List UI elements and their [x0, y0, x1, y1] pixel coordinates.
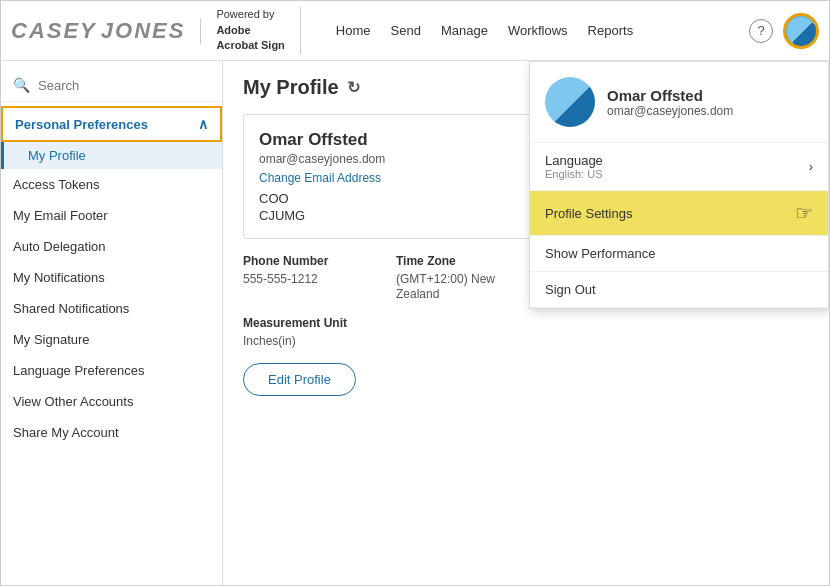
dropdown-user-name: Omar Offsted	[607, 87, 733, 104]
dropdown-header: Omar Offsted omar@caseyjones.dom	[530, 62, 828, 143]
edit-profile-button[interactable]: Edit Profile	[243, 363, 356, 396]
phone-label: Phone Number	[243, 254, 381, 268]
sidebar-item-view-other-accounts[interactable]: View Other Accounts	[1, 386, 222, 417]
search-icon: 🔍	[13, 77, 30, 93]
nav-manage[interactable]: Manage	[441, 19, 488, 42]
powered-by: Powered by Adobe Acrobat Sign	[216, 7, 300, 53]
main-layout: 🔍 Personal Preferences ∧ My Profile Acce…	[1, 61, 829, 586]
sidebar-item-personal-preferences[interactable]: Personal Preferences ∧	[1, 106, 222, 142]
cursor-icon: ☞	[795, 201, 813, 225]
chevron-right-icon: ›	[809, 159, 813, 174]
sidebar-item-my-signature[interactable]: My Signature	[1, 324, 222, 355]
logo-area: CASEY JONES	[11, 18, 201, 44]
change-email-link[interactable]: Change Email Address	[259, 171, 381, 185]
profile-role: COO	[259, 191, 518, 206]
timezone-value: (GMT+12:00) New Zealand	[396, 272, 495, 301]
main-nav: Home Send Manage Workflows Reports	[336, 19, 749, 42]
timezone-section: Time Zone (GMT+12:00) New Zealand	[396, 254, 534, 301]
sidebar-item-shared-notifications[interactable]: Shared Notifications	[1, 293, 222, 324]
search-bar: 🔍	[1, 69, 222, 102]
sidebar-section-personal: Personal Preferences ∧ My Profile Access…	[1, 106, 222, 448]
nav-send[interactable]: Send	[391, 19, 421, 42]
measurement-label: Measurement Unit	[243, 316, 381, 330]
dropdown-avatar	[545, 77, 595, 127]
dropdown-item-show-performance[interactable]: Show Performance	[530, 236, 828, 272]
nav-workflows[interactable]: Workflows	[508, 19, 568, 42]
dropdown-user-info: Omar Offsted omar@caseyjones.dom	[607, 87, 733, 118]
header-right: ?	[749, 13, 819, 49]
dropdown-user-email: omar@caseyjones.dom	[607, 104, 733, 118]
dropdown-item-language[interactable]: Language English: US ›	[530, 143, 828, 191]
sidebar-item-email-footer[interactable]: My Email Footer	[1, 200, 222, 231]
timezone-label: Time Zone	[396, 254, 534, 268]
search-input[interactable]	[38, 78, 210, 93]
phone-section: Phone Number 555-555-1212	[243, 254, 381, 301]
phone-value: 555-555-1212	[243, 272, 318, 286]
sidebar: 🔍 Personal Preferences ∧ My Profile Acce…	[1, 61, 223, 586]
nav-home[interactable]: Home	[336, 19, 371, 42]
sidebar-item-share-my-account[interactable]: Share My Account	[1, 417, 222, 448]
sidebar-item-my-profile[interactable]: My Profile	[1, 142, 222, 169]
profile-group: CJUMG	[259, 208, 518, 223]
dropdown-item-sign-out[interactable]: Sign Out	[530, 272, 828, 308]
avatar-inner	[787, 17, 815, 45]
dropdown-item-profile-settings[interactable]: Profile Settings ☞	[530, 191, 828, 236]
measurement-section: Measurement Unit Inches(in)	[243, 316, 381, 348]
header: CASEY JONES Powered by Adobe Acrobat Sig…	[1, 1, 829, 61]
nav-reports[interactable]: Reports	[588, 19, 634, 42]
measurement-value: Inches(in)	[243, 334, 296, 348]
refresh-icon[interactable]: ↻	[347, 78, 360, 97]
help-button[interactable]: ?	[749, 19, 773, 43]
user-avatar-button[interactable]	[783, 13, 819, 49]
sidebar-item-auto-delegation[interactable]: Auto Delegation	[1, 231, 222, 262]
dropdown-language-content: Language English: US	[545, 153, 603, 180]
sidebar-item-my-notifications[interactable]: My Notifications	[1, 262, 222, 293]
user-dropdown-menu: Omar Offsted omar@caseyjones.dom Languag…	[529, 61, 829, 309]
page-title: My Profile	[243, 76, 339, 99]
casey-jones-logo: CASEY JONES	[11, 18, 185, 44]
profile-email: omar@caseyjones.dom	[259, 152, 518, 166]
profile-card: Omar Offsted omar@caseyjones.dom Change …	[243, 114, 534, 239]
sidebar-item-language-preferences[interactable]: Language Preferences	[1, 355, 222, 386]
logo-casey: CASEY	[11, 18, 97, 44]
chevron-up-icon: ∧	[198, 116, 208, 132]
left-column: Omar Offsted omar@caseyjones.dom Change …	[243, 114, 534, 396]
profile-name: Omar Offsted	[259, 130, 518, 150]
logo-jones: JONES	[101, 18, 186, 44]
content-area: My Profile ↻ Omar Offsted omar@caseyjone…	[223, 61, 829, 586]
profile-details: Phone Number 555-555-1212 Time Zone (GMT…	[243, 254, 534, 348]
sidebar-item-access-tokens[interactable]: Access Tokens	[1, 169, 222, 200]
